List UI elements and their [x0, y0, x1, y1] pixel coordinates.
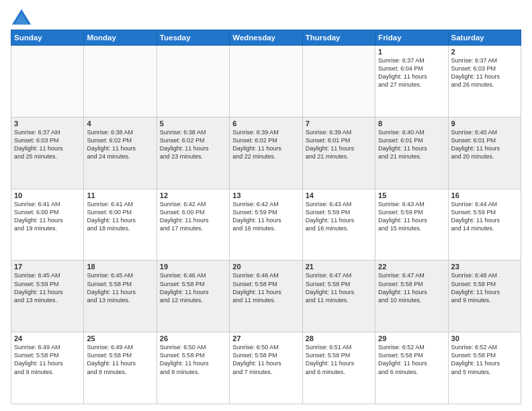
- table-row: 18Sunrise: 6:45 AM Sunset: 5:58 PM Dayli…: [84, 261, 157, 332]
- table-row: [230, 46, 302, 118]
- calendar-week-2: 3Sunrise: 6:37 AM Sunset: 6:03 PM Daylig…: [11, 117, 521, 189]
- day-header-thursday: Thursday: [302, 30, 375, 46]
- logo: [11, 8, 35, 27]
- day-number: 27: [232, 334, 299, 342]
- day-info: Sunrise: 6:50 AM Sunset: 5:58 PM Dayligh…: [160, 343, 226, 376]
- day-number: 25: [87, 334, 153, 342]
- day-info: Sunrise: 6:37 AM Sunset: 6:04 PM Dayligh…: [378, 56, 445, 89]
- day-info: Sunrise: 6:38 AM Sunset: 6:02 PM Dayligh…: [87, 128, 153, 161]
- day-number: 7: [306, 120, 372, 128]
- day-info: Sunrise: 6:52 AM Sunset: 5:58 PM Dayligh…: [378, 343, 445, 376]
- day-number: 21: [306, 263, 372, 271]
- day-number: 22: [378, 263, 445, 271]
- day-number: 29: [378, 334, 445, 342]
- day-info: Sunrise: 6:38 AM Sunset: 6:02 PM Dayligh…: [160, 128, 226, 161]
- table-row: 24Sunrise: 6:49 AM Sunset: 5:58 PM Dayli…: [11, 332, 84, 404]
- day-info: Sunrise: 6:52 AM Sunset: 5:58 PM Dayligh…: [451, 343, 518, 376]
- day-info: Sunrise: 6:49 AM Sunset: 5:58 PM Dayligh…: [14, 343, 81, 376]
- day-number: 26: [160, 334, 226, 342]
- day-info: Sunrise: 6:43 AM Sunset: 5:59 PM Dayligh…: [378, 200, 445, 233]
- day-number: 13: [232, 191, 299, 199]
- table-row: 17Sunrise: 6:45 AM Sunset: 5:59 PM Dayli…: [11, 261, 84, 332]
- table-row: 28Sunrise: 6:51 AM Sunset: 5:58 PM Dayli…: [302, 332, 375, 404]
- day-info: Sunrise: 6:45 AM Sunset: 5:58 PM Dayligh…: [87, 271, 153, 304]
- day-number: 4: [87, 120, 153, 128]
- table-row: [157, 46, 229, 118]
- table-row: 6Sunrise: 6:39 AM Sunset: 6:02 PM Daylig…: [230, 117, 302, 189]
- calendar-week-3: 10Sunrise: 6:41 AM Sunset: 6:00 PM Dayli…: [11, 189, 521, 261]
- day-number: 17: [14, 263, 81, 271]
- day-info: Sunrise: 6:49 AM Sunset: 5:58 PM Dayligh…: [87, 343, 153, 376]
- day-info: Sunrise: 6:45 AM Sunset: 5:59 PM Dayligh…: [14, 271, 81, 304]
- day-info: Sunrise: 6:47 AM Sunset: 5:58 PM Dayligh…: [378, 271, 445, 304]
- table-row: 20Sunrise: 6:46 AM Sunset: 5:58 PM Dayli…: [230, 261, 302, 332]
- day-header-sunday: Sunday: [11, 30, 84, 46]
- day-info: Sunrise: 6:37 AM Sunset: 6:03 PM Dayligh…: [451, 56, 518, 89]
- day-info: Sunrise: 6:42 AM Sunset: 6:00 PM Dayligh…: [160, 200, 226, 233]
- day-number: 15: [378, 191, 445, 199]
- table-row: 9Sunrise: 6:40 AM Sunset: 6:01 PM Daylig…: [448, 117, 521, 189]
- table-row: 7Sunrise: 6:39 AM Sunset: 6:01 PM Daylig…: [302, 117, 375, 189]
- day-header-saturday: Saturday: [448, 30, 521, 46]
- day-info: Sunrise: 6:41 AM Sunset: 6:00 PM Dayligh…: [87, 200, 153, 233]
- day-number: 6: [232, 120, 299, 128]
- table-row: [84, 46, 157, 118]
- table-row: 25Sunrise: 6:49 AM Sunset: 5:58 PM Dayli…: [84, 332, 157, 404]
- day-info: Sunrise: 6:39 AM Sunset: 6:02 PM Dayligh…: [232, 128, 299, 161]
- day-info: Sunrise: 6:40 AM Sunset: 6:01 PM Dayligh…: [378, 128, 445, 161]
- table-row: 26Sunrise: 6:50 AM Sunset: 5:58 PM Dayli…: [157, 332, 229, 404]
- logo-icon: [11, 8, 32, 27]
- table-row: [302, 46, 375, 118]
- day-number: 3: [14, 120, 81, 128]
- day-info: Sunrise: 6:50 AM Sunset: 5:58 PM Dayligh…: [232, 343, 299, 376]
- calendar-table: SundayMondayTuesdayWednesdayThursdayFrid…: [11, 30, 521, 404]
- table-row: 4Sunrise: 6:38 AM Sunset: 6:02 PM Daylig…: [84, 117, 157, 189]
- day-number: 23: [451, 263, 518, 271]
- day-info: Sunrise: 6:43 AM Sunset: 5:59 PM Dayligh…: [306, 200, 372, 233]
- table-row: 10Sunrise: 6:41 AM Sunset: 6:00 PM Dayli…: [11, 189, 84, 261]
- day-number: 18: [87, 263, 153, 271]
- calendar-week-4: 17Sunrise: 6:45 AM Sunset: 5:59 PM Dayli…: [11, 261, 521, 332]
- day-header-wednesday: Wednesday: [230, 30, 302, 46]
- day-info: Sunrise: 6:48 AM Sunset: 5:58 PM Dayligh…: [451, 271, 518, 304]
- day-info: Sunrise: 6:40 AM Sunset: 6:01 PM Dayligh…: [451, 128, 518, 161]
- table-row: 13Sunrise: 6:42 AM Sunset: 5:59 PM Dayli…: [230, 189, 302, 261]
- table-row: 19Sunrise: 6:46 AM Sunset: 5:58 PM Dayli…: [157, 261, 229, 332]
- day-header-friday: Friday: [375, 30, 448, 46]
- day-number: 28: [306, 334, 372, 342]
- day-number: 24: [14, 334, 81, 342]
- day-number: 8: [378, 120, 445, 128]
- table-row: 5Sunrise: 6:38 AM Sunset: 6:02 PM Daylig…: [157, 117, 229, 189]
- day-info: Sunrise: 6:42 AM Sunset: 5:59 PM Dayligh…: [232, 200, 299, 233]
- table-row: 15Sunrise: 6:43 AM Sunset: 5:59 PM Dayli…: [375, 189, 448, 261]
- day-number: 1: [378, 48, 445, 56]
- header: [11, 8, 521, 27]
- table-row: 22Sunrise: 6:47 AM Sunset: 5:58 PM Dayli…: [375, 261, 448, 332]
- day-number: 14: [306, 191, 372, 199]
- day-number: 19: [160, 263, 226, 271]
- day-info: Sunrise: 6:47 AM Sunset: 5:58 PM Dayligh…: [306, 271, 372, 304]
- day-info: Sunrise: 6:44 AM Sunset: 5:59 PM Dayligh…: [451, 200, 518, 233]
- day-number: 30: [451, 334, 518, 342]
- day-header-monday: Monday: [84, 30, 157, 46]
- header-row: SundayMondayTuesdayWednesdayThursdayFrid…: [11, 30, 521, 46]
- table-row: 8Sunrise: 6:40 AM Sunset: 6:01 PM Daylig…: [375, 117, 448, 189]
- day-info: Sunrise: 6:37 AM Sunset: 6:03 PM Dayligh…: [14, 128, 81, 161]
- table-row: 11Sunrise: 6:41 AM Sunset: 6:00 PM Dayli…: [84, 189, 157, 261]
- table-row: 14Sunrise: 6:43 AM Sunset: 5:59 PM Dayli…: [302, 189, 375, 261]
- day-info: Sunrise: 6:46 AM Sunset: 5:58 PM Dayligh…: [232, 271, 299, 304]
- table-row: 2Sunrise: 6:37 AM Sunset: 6:03 PM Daylig…: [448, 46, 521, 118]
- day-number: 9: [451, 120, 518, 128]
- day-number: 2: [451, 48, 518, 56]
- page: SundayMondayTuesdayWednesdayThursdayFrid…: [0, 0, 532, 411]
- calendar-week-5: 24Sunrise: 6:49 AM Sunset: 5:58 PM Dayli…: [11, 332, 521, 404]
- day-header-tuesday: Tuesday: [157, 30, 229, 46]
- day-number: 20: [232, 263, 299, 271]
- calendar-week-1: 1Sunrise: 6:37 AM Sunset: 6:04 PM Daylig…: [11, 46, 521, 118]
- day-number: 11: [87, 191, 153, 199]
- table-row: 27Sunrise: 6:50 AM Sunset: 5:58 PM Dayli…: [230, 332, 302, 404]
- day-number: 10: [14, 191, 81, 199]
- day-info: Sunrise: 6:51 AM Sunset: 5:58 PM Dayligh…: [306, 343, 372, 376]
- day-info: Sunrise: 6:46 AM Sunset: 5:58 PM Dayligh…: [160, 271, 226, 304]
- table-row: 21Sunrise: 6:47 AM Sunset: 5:58 PM Dayli…: [302, 261, 375, 332]
